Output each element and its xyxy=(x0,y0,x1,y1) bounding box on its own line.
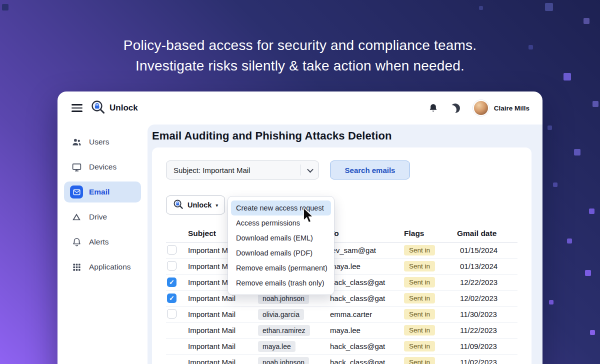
deco-square xyxy=(545,3,553,11)
menu-icon[interactable] xyxy=(72,104,82,112)
flag-badge: Sent in xyxy=(404,261,435,272)
drive-icon xyxy=(70,210,83,224)
search-emails-button[interactable]: Search emails xyxy=(330,160,410,180)
hero-line-2: Investigate risks silently & take action… xyxy=(0,56,600,76)
cell-from: olivia.garcia xyxy=(258,309,330,320)
unlock-logo-small xyxy=(173,199,184,211)
cell-checkbox xyxy=(166,309,188,320)
deco-square xyxy=(549,300,554,304)
unlock-actions-label: Unlock xyxy=(188,201,212,209)
sidebar-item-label: Alerts xyxy=(89,238,109,246)
unlock-logo xyxy=(90,100,106,116)
table-row: Important Mailolivia.garciaemma.carterSe… xyxy=(166,306,518,322)
cell-flags: Sent in xyxy=(404,277,457,288)
row-checkbox[interactable] xyxy=(167,309,176,318)
sidebar-item-email[interactable]: Email xyxy=(64,182,141,202)
brand[interactable]: Unlock xyxy=(90,100,138,116)
hero-headline: Policy-based access for security and com… xyxy=(0,35,600,76)
mouse-cursor-icon xyxy=(302,208,316,226)
deco-square xyxy=(2,4,8,10)
cell-subject: Important Mail xyxy=(188,342,258,350)
cell-flags: Sent in xyxy=(404,357,457,364)
dark-mode-icon[interactable] xyxy=(450,104,460,113)
from-chip: ethan.ramirez xyxy=(258,325,310,336)
menu-item[interactable]: Remove emails (permanent) xyxy=(231,260,331,276)
cell-checkbox xyxy=(166,245,188,256)
table-header: SubjectFromToFlagsGmail date xyxy=(166,226,518,242)
cell-to: hack_class@gat xyxy=(330,342,404,350)
from-chip: maya.lee xyxy=(258,341,296,352)
brand-name: Unlock xyxy=(110,103,138,113)
cell-flags: Sent in xyxy=(404,293,457,304)
deco-square xyxy=(590,330,595,335)
devices-icon xyxy=(70,160,83,174)
email-icon xyxy=(70,186,83,198)
column-header: Gmail date xyxy=(457,226,518,242)
cell-to: maya.lee xyxy=(330,326,404,334)
sidebar-item-label: Applications xyxy=(89,262,131,272)
cell-subject: Important Mail xyxy=(188,358,258,364)
deco-square xyxy=(592,101,598,107)
sidebar-item-label: Users xyxy=(89,138,109,146)
cell-checkbox xyxy=(166,261,188,272)
unlock-actions-button[interactable]: Unlock ▾ xyxy=(166,196,225,214)
chevron-down-icon xyxy=(300,164,312,176)
table-row: Important Mailethan.ramirezmaya.leeSent … xyxy=(166,322,518,338)
cell-flags: Sent in xyxy=(404,309,457,320)
bell-icon[interactable] xyxy=(428,103,438,114)
hero-line-1: Policy-based access for security and com… xyxy=(0,35,600,56)
table-row: ✓Important Mailnoah.johnsonhack_class@ga… xyxy=(166,290,518,306)
cell-flags: Sent in xyxy=(404,341,457,352)
deco-square xyxy=(548,126,552,130)
content-card: Subject: Important Mail Search emails Un… xyxy=(152,148,532,364)
table-row: Important Mailmaya.leeSent in01/13/2024 xyxy=(166,258,518,274)
sidebar-item-devices[interactable]: Devices xyxy=(64,156,141,178)
row-checkbox[interactable] xyxy=(167,245,176,254)
cell-to: hack_class@gat xyxy=(330,294,404,302)
sidebar-item-label: Email xyxy=(89,188,110,196)
cell-date: 01/13/2024 xyxy=(457,262,518,270)
row-checkbox[interactable]: ✓ xyxy=(167,294,176,303)
subject-filter-select[interactable]: Subject: Important Mail xyxy=(166,160,319,180)
table-row: Important Maillev_sam@gatSent in01/15/20… xyxy=(166,242,518,258)
sidebar-item-alerts[interactable]: Alerts xyxy=(64,232,141,252)
flag-badge: Sent in xyxy=(404,277,435,288)
cell-date: 12/22/2023 xyxy=(457,278,518,286)
cell-to: lev_sam@gat xyxy=(330,246,404,254)
sidebar-nav: UsersDevicesEmailDriveAlertsApplications xyxy=(58,124,148,288)
cell-date: 11/02/2023 xyxy=(457,358,518,364)
cell-from: ethan.ramirez xyxy=(258,325,330,336)
deco-square xyxy=(553,182,558,187)
sidebar-item-applications[interactable]: Applications xyxy=(64,256,141,278)
page-title: Email Auditing and Phishing Attacks Dele… xyxy=(152,128,532,144)
actions-menu: Create new access requestAccess permissi… xyxy=(228,196,334,295)
cell-date: 11/09/2023 xyxy=(457,342,518,350)
avatar[interactable] xyxy=(473,100,489,116)
cell-checkbox: ✓ xyxy=(166,294,188,303)
row-checkbox[interactable]: ✓ xyxy=(167,278,176,287)
cell-to: hack_class@gat xyxy=(330,358,404,364)
deco-square xyxy=(585,270,591,276)
cell-subject: Important Mail xyxy=(188,294,258,302)
sidebar-item-drive[interactable]: Drive xyxy=(64,206,141,228)
row-checkbox[interactable] xyxy=(167,261,176,270)
menu-item[interactable]: Download emails (EML) xyxy=(231,230,331,246)
table-body: Important Maillev_sam@gatSent in01/15/20… xyxy=(166,242,518,364)
cell-to: hack_class@gat xyxy=(330,278,404,286)
app-window: Unlock Claire Mills UsersDevicesEmailDri… xyxy=(58,92,542,364)
menu-item[interactable]: Remove emails (trash only) xyxy=(231,276,331,290)
flag-badge: Sent in xyxy=(404,293,435,304)
column-header: To xyxy=(330,226,404,242)
users-icon xyxy=(70,136,83,148)
sidebar-item-label: Drive xyxy=(89,212,107,222)
menu-item[interactable]: Download emails (PDF) xyxy=(231,246,331,260)
deco-square xyxy=(584,18,590,24)
sidebar-item-label: Devices xyxy=(89,162,116,172)
flag-badge: Sent in xyxy=(404,357,435,364)
sidebar-item-users[interactable]: Users xyxy=(64,132,141,152)
cell-from: noah.johnson xyxy=(258,357,330,364)
cell-subject: Important Mail xyxy=(188,326,258,334)
cell-flags: Sent in xyxy=(404,325,457,336)
deco-square xyxy=(479,6,483,10)
alerts-icon xyxy=(70,236,83,248)
